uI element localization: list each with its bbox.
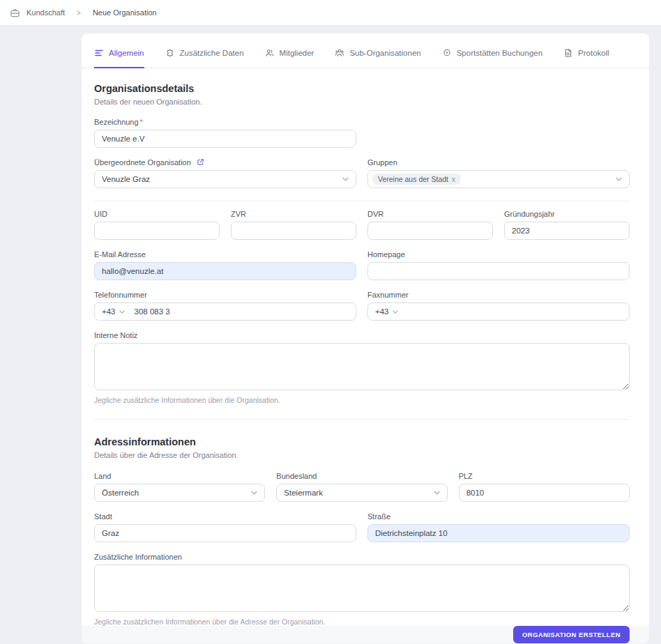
telefon-input-group: +43 [94,302,356,321]
breadcrumb-root[interactable]: Kundschaft [26,8,65,17]
tab-mitglieder[interactable]: Mitglieder [265,48,314,68]
field-uid: UID [94,210,220,240]
plz-input[interactable] [459,484,630,502]
homepage-input[interactable] [367,262,630,280]
dvr-input[interactable] [367,222,493,240]
email-label: E-Mail Adresse [94,250,356,259]
plz-label: PLZ [459,472,630,481]
interne-notiz-textarea[interactable] [94,343,630,390]
tab-label: Mitglieder [280,49,314,57]
field-telefonnummer: Telefonnummer +43 [94,291,356,321]
land-value: Österreich [102,489,139,497]
zusatz-info-textarea[interactable] [94,565,630,612]
field-gruppen: Gruppen Vereine aus der Stadt x [367,158,630,188]
chevron-down-icon[interactable] [393,310,398,314]
form-content: Organisationsdetails Details der neuen O… [82,68,649,626]
strasse-input[interactable] [367,524,630,542]
breadcrumb-current: Neue Organisation [93,8,157,17]
row-parent-gruppen: Übergeordnete Organisation Venuzle Graz [94,158,630,188]
fax-input-group: +43 [367,302,630,321]
strasse-label: Straße [367,512,630,521]
dvr-label: DVR [367,210,493,219]
gruendungsjahr-label: Gründungsjahr [504,210,630,219]
users-icon [265,48,275,58]
land-label: Land [94,472,265,481]
fax-country-code[interactable]: +43 [375,307,389,316]
field-bundesland: Bundesland Steiermark [276,472,447,502]
row-phone-fax: Telefonnummer +43 Faxnummer +43 [94,291,630,321]
tab-label: Zusätzliche Daten [180,49,244,57]
fax-label: Faxnummer [367,291,630,300]
gruppen-select[interactable]: Vereine aus der Stadt x [367,170,630,188]
section-subtitle: Details der neuen Organisation. [94,98,630,106]
zvr-input[interactable] [231,222,356,240]
fax-input[interactable] [408,307,622,316]
zusatz-info-helper: Jegliche zusätzlichen Informationen über… [94,618,630,626]
chip-remove-icon[interactable]: x [452,176,455,183]
row-registry-numbers: UID ZVR DVR Gründungsjahr [94,210,630,240]
interne-notiz-helper: Jegliche zusätzliche Informationen über … [94,396,630,404]
required-asterisk: * [140,118,143,126]
tab-protokoll[interactable]: Protokoll [563,48,609,68]
section-subtitle: Details über die Adresse der Organisatio… [94,451,630,459]
field-plz: PLZ [459,472,630,502]
field-faxnummer: Faxnummer +43 [367,291,630,321]
gruendungsjahr-input[interactable] [504,222,630,240]
chevron-down-icon [251,491,257,495]
tab-label: Protokoll [578,49,609,57]
field-gruendungsjahr: Gründungsjahr [504,210,630,240]
telefon-country-code[interactable]: +43 [102,307,116,316]
tab-zusaetzliche-daten[interactable]: Zusätzliche Daten [165,48,244,68]
field-land: Land Österreich [94,472,265,502]
field-email: E-Mail Adresse [94,250,356,280]
list-lines-icon [94,48,104,58]
breadcrumb-separator: > [71,9,86,17]
tab-label: Sportstätten Buchungen [457,49,542,57]
gruppen-chip: Vereine aus der Stadt x [372,174,461,185]
field-interne-notiz: Interne Notiz Jegliche zusätzliche Infor… [94,331,630,404]
row-email-homepage: E-Mail Adresse Homepage [94,250,630,280]
uid-input[interactable] [94,222,220,240]
tab-sportstaetten-buchungen[interactable]: Sportstätten Buchungen [442,48,542,68]
new-organisation-card: Allgemein Zusätzliche Daten Mitglieder [82,33,649,634]
puzzle-icon [165,48,175,58]
field-stadt: Stadt [94,512,356,542]
telefon-label: Telefonnummer [94,291,356,300]
field-dvr: DVR [367,210,493,240]
zvr-label: ZVR [231,210,356,219]
email-input[interactable] [94,262,356,280]
bezeichnung-input[interactable] [94,130,356,148]
tab-label: Allgemein [109,49,144,57]
briefcase-icon [10,8,20,18]
external-link-icon[interactable] [197,158,204,166]
card-footer: ORGANISATION ERSTELLEN [82,626,649,643]
homepage-label: Homepage [367,250,630,259]
users-group-icon [335,48,344,58]
parent-org-label: Übergeordnete Organisation [94,158,356,167]
gruppen-label: Gruppen [367,158,630,167]
divider [94,201,630,201]
land-select[interactable]: Österreich [94,484,265,502]
location-icon [442,48,452,58]
field-bezeichnung: Bezeichnung* [94,118,356,148]
bundesland-label: Bundesland [276,472,447,481]
bundesland-select[interactable]: Steiermark [276,484,447,502]
chevron-down-icon[interactable] [119,310,125,314]
stadt-input[interactable] [94,524,356,542]
field-homepage: Homepage [367,250,630,280]
field-zusaetzliche-informationen: Zusätzliche Informationen Jegliche zusät… [94,553,630,626]
divider [94,419,630,420]
create-organisation-button[interactable]: ORGANISATION ERSTELLEN [513,626,630,643]
telefon-input[interactable] [135,307,349,316]
tab-allgemein[interactable]: Allgemein [94,48,144,68]
parent-org-select[interactable]: Venuzle Graz [94,170,356,188]
section-title-organisationsdetails: Organisationsdetails [94,83,630,94]
bundesland-value: Steiermark [284,489,323,497]
document-icon [563,48,573,58]
field-zvr: ZVR [231,210,356,240]
tab-sub-organisationen[interactable]: Sub-Organisationen [335,48,420,68]
parent-org-value: Venuzle Graz [102,175,150,183]
row-stadt-strasse: Stadt Straße [94,512,630,542]
chip-label: Vereine aus der Stadt [378,175,448,183]
tab-bar: Allgemein Zusätzliche Daten Mitglieder [82,33,649,68]
